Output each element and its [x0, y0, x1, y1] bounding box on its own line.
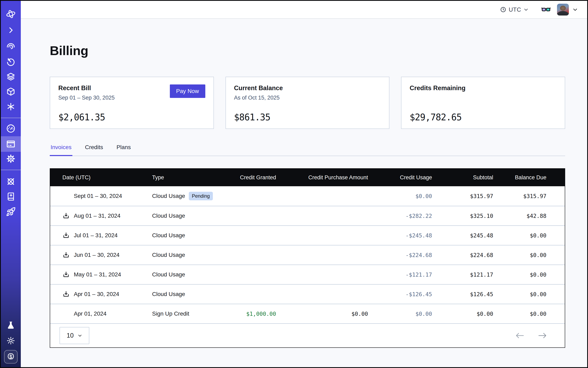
download-invoice-icon[interactable]	[62, 212, 70, 220]
billing-card-icon	[6, 139, 16, 149]
clock-icon	[500, 7, 506, 13]
table-row: Apr 01 – 30, 2024Cloud Usage-$126.45$126…	[50, 284, 565, 304]
balance-due-value: $0.00	[493, 252, 546, 258]
invoice-date: Aug 01 – 31, 2024	[74, 212, 120, 219]
table-row: Jun 01 – 30, 2024Cloud Usage-$224.68$224…	[50, 245, 565, 265]
book-sparkle-icon[interactable]	[1, 192, 21, 201]
helm-wheel-icon[interactable]	[1, 177, 21, 186]
balance-due-value: $0.00	[493, 232, 546, 239]
prev-page-button[interactable]	[516, 332, 525, 339]
tab-plans[interactable]: Plans	[116, 144, 132, 156]
credit-usage-value: -$245.48	[368, 232, 432, 239]
invoice-type-cell: Cloud Usage	[152, 232, 234, 239]
logo-orbit-icon[interactable]	[1, 9, 21, 19]
observe-eye-icon[interactable]	[1, 42, 21, 51]
arrow-right-icon	[538, 332, 547, 339]
invoice-date: Sept 01 – 30, 2024	[74, 193, 122, 199]
credit-usage-value: -$126.45	[368, 291, 432, 297]
status-badge: Pending	[189, 192, 213, 200]
credit-granted-value: $1,000.00	[234, 311, 276, 317]
current-balance-asof: As of Oct 15, 2025	[234, 95, 283, 101]
balance-due-value: $42.88	[493, 213, 546, 219]
arrow-left-icon	[516, 332, 525, 339]
credit-usage-value: -$224.68	[368, 252, 432, 258]
invoice-type: Cloud Usage	[152, 212, 185, 219]
subtotal-value: $126.45	[432, 291, 493, 297]
chevron-down-icon	[524, 7, 528, 12]
page-title: Billing	[50, 43, 565, 58]
current-balance-card: Current Balance As of Oct 15, 2025 $861.…	[226, 77, 390, 129]
glasses-icon	[541, 5, 551, 15]
dollar-badge-button[interactable]	[4, 350, 18, 364]
balance-due-value: $315.97	[493, 193, 546, 199]
subtotal-value: $315.97	[432, 193, 493, 199]
timezone-label: UTC	[509, 6, 521, 13]
chevron-right-icon[interactable]	[1, 26, 21, 34]
download-invoice-icon[interactable]	[62, 251, 70, 259]
chevron-down-icon	[78, 333, 82, 338]
invoice-type-cell: Cloud Usage	[152, 212, 234, 219]
account-menu-button[interactable]	[572, 7, 578, 12]
balance-due-value: $0.00	[493, 311, 546, 317]
credit-usage-value: $0.00	[368, 311, 432, 317]
download-invoice-icon[interactable]	[62, 291, 70, 298]
asterisk-icon[interactable]	[1, 102, 21, 111]
download-spacer	[62, 192, 70, 200]
sun-icon[interactable]	[1, 336, 21, 345]
chevron-down-icon	[572, 7, 578, 12]
credit-usage-value: -$282.22	[368, 213, 432, 219]
sidebar	[1, 1, 21, 367]
pay-now-button[interactable]: Pay Now	[170, 84, 205, 98]
invoice-date-cell: Aug 01 – 31, 2024	[50, 212, 152, 220]
column-header: Subtotal	[432, 175, 493, 181]
timezone-selector[interactable]: UTC	[500, 6, 528, 13]
invoice-type-cell: Cloud Usage	[152, 291, 234, 297]
rocket-icon[interactable]	[1, 207, 21, 217]
invoice-date-cell: Jul 01 – 31, 2024	[50, 232, 152, 239]
dollar-badge-icon	[6, 352, 15, 361]
invoice-date: Jun 01 – 30, 2024	[74, 252, 119, 258]
invoice-date-cell: May 01 – 31, 2024	[50, 271, 152, 278]
recent-bill-period: Sep 01 – Sep 30, 2025	[58, 95, 115, 101]
billing-tabs: InvoicesCreditsPlans	[50, 144, 565, 156]
invoice-date-cell: Jun 01 – 30, 2024	[50, 251, 152, 259]
table-row: Apr 01, 2024Sign Up Credit$1,000.00$0.00…	[50, 304, 565, 323]
invoice-type: Cloud Usage	[152, 271, 185, 278]
invoice-type-cell: Cloud Usage	[152, 271, 234, 278]
balance-due-value: $0.00	[493, 272, 546, 278]
topbar: UTC	[21, 1, 587, 19]
balance-due-value: $0.00	[493, 291, 546, 297]
tab-credits[interactable]: Credits	[84, 144, 104, 156]
avatar[interactable]	[557, 4, 569, 16]
flask-icon[interactable]	[1, 321, 21, 330]
subtotal-value: $245.48	[432, 232, 493, 239]
timer-icon[interactable]	[1, 57, 21, 66]
credits-remaining-title: Credits Remaining	[410, 84, 465, 92]
glasses-button[interactable]	[541, 5, 551, 15]
column-header: Balance Due	[493, 175, 546, 181]
invoice-type-cell: Sign Up Credit	[152, 311, 234, 317]
summary-cards: Recent Bill Sep 01 – Sep 30, 2025 Pay No…	[50, 77, 565, 129]
cube-icon[interactable]	[1, 87, 21, 96]
credits-remaining-amount: $29,782.65	[410, 112, 557, 122]
table-row: Jul 01 – 31, 2024Cloud Usage-$245.48$245…	[50, 225, 565, 245]
credit-usage-value: $0.00	[368, 193, 432, 199]
next-page-button[interactable]	[538, 332, 547, 339]
download-invoice-icon[interactable]	[62, 271, 70, 278]
column-header: Type	[152, 175, 234, 181]
download-spacer	[62, 310, 70, 317]
recent-bill-title: Recent Bill	[58, 84, 115, 92]
invoice-rows: Sept 01 – 30, 2024Cloud UsagePending$0.0…	[50, 186, 565, 323]
gauge-icon[interactable]	[1, 124, 21, 133]
sidebar-item-billing[interactable]	[1, 136, 21, 152]
invoice-date-cell: Sept 01 – 30, 2024	[50, 192, 152, 200]
tab-invoices[interactable]: Invoices	[50, 144, 72, 156]
gear-icon[interactable]	[1, 154, 21, 164]
invoices-table: Date (UTC)TypeCredit GrantedCredit Purch…	[50, 168, 565, 348]
page-size-value: 10	[67, 332, 74, 339]
layers-icon[interactable]	[1, 72, 21, 82]
subtotal-value: $325.10	[432, 213, 493, 219]
invoice-type: Cloud Usage	[152, 252, 185, 258]
page-size-select[interactable]: 10	[60, 327, 89, 344]
download-invoice-icon[interactable]	[62, 232, 70, 239]
